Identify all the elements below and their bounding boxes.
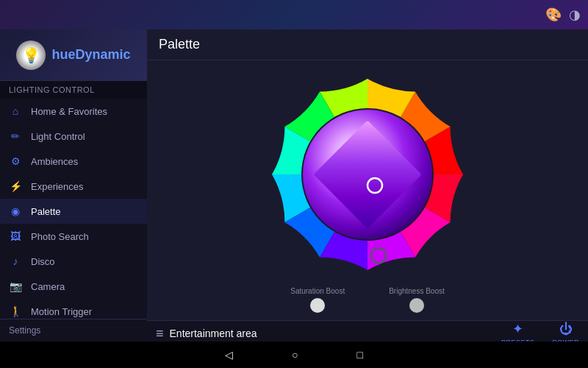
boost-controls: Saturation Boost Brightness Boost — [290, 287, 445, 313]
sidebar-item-ambiences[interactable]: ⚙ Ambiences — [0, 149, 147, 174]
app-name-dynamic: Dynamic — [75, 47, 130, 62]
sidebar-item-disco[interactable]: ♪ Disco — [0, 249, 147, 274]
ambiences-icon: ⚙ — [9, 155, 22, 167]
app-logo: 💡 hueDynamic — [0, 29, 147, 81]
logo-icon: 💡 — [16, 40, 46, 70]
sidebar-item-experiences-label: Experiences — [31, 181, 84, 192]
sidebar-item-experiences[interactable]: ⚡ Experiences — [0, 174, 147, 199]
main-content: Palette — [147, 29, 588, 342]
home-icon: ⌂ — [9, 105, 22, 117]
sidebar-item-motion-trigger[interactable]: 🚶 Motion Trigger — [0, 299, 147, 319]
motion-trigger-icon: 🚶 — [9, 305, 22, 317]
power-icon: ⏻ — [559, 322, 573, 337]
bottom-bar-right: ✦ PRESETS ⏻ POWER — [501, 321, 579, 342]
sidebar-item-palette[interactable]: ◉ Palette — [0, 199, 147, 224]
android-back-button[interactable]: ◁ — [225, 349, 233, 361]
sidebar-item-light-control[interactable]: ✏ Light Control — [0, 124, 147, 149]
palette-icon[interactable]: 🎨 — [545, 7, 562, 23]
presets-icon: ✦ — [512, 321, 523, 337]
brightness-boost: Brightness Boost — [389, 287, 445, 313]
android-home-button[interactable]: ○ — [292, 349, 298, 361]
saturation-boost-label: Saturation Boost — [290, 287, 345, 295]
palette-area[interactable]: Saturation Boost Brightness Boost — [147, 60, 588, 320]
content-header: Palette — [147, 29, 588, 60]
brightness-boost-label: Brightness Boost — [389, 287, 445, 295]
menu-icon[interactable]: ≡ — [156, 326, 164, 342]
page-title: Palette — [159, 37, 576, 52]
android-recent-button[interactable]: □ — [357, 349, 363, 361]
light-control-icon: ✏ — [9, 130, 22, 142]
app-name: hueDynamic — [51, 47, 130, 63]
palette-nav-icon: ◉ — [9, 205, 22, 217]
sidebar-item-motion-trigger-label: Motion Trigger — [31, 306, 92, 317]
sidebar-item-camera[interactable]: 📷 Camera — [0, 274, 147, 299]
bottom-bar-left: ≡ Entertainment area — [156, 326, 257, 342]
sidebar-section-label: Lighting Control — [0, 81, 147, 99]
area-label: Entertainment area — [170, 328, 257, 339]
photo-search-icon: 🖼 — [9, 230, 22, 242]
sidebar-item-palette-label: Palette — [31, 206, 60, 217]
color-wheel[interactable] — [261, 68, 474, 281]
sidebar-item-photo-search[interactable]: 🖼 Photo Search — [0, 224, 147, 249]
sidebar-nav: ⌂ Home & Favorites ✏ Light Control ⚙ Amb… — [0, 99, 147, 319]
experiences-icon: ⚡ — [9, 180, 22, 192]
camera-icon: 📷 — [9, 280, 22, 292]
bottom-bar: ≡ Entertainment area ✦ PRESETS ⏻ POWER — [147, 320, 588, 342]
saturation-boost-circle[interactable] — [310, 298, 325, 313]
sidebar-item-home-label: Home & Favorites — [31, 106, 107, 117]
brightness-boost-circle[interactable] — [409, 298, 424, 313]
sidebar-item-light-control-label: Light Control — [31, 131, 85, 142]
disco-icon: ♪ — [9, 255, 22, 267]
sidebar-item-camera-label: Camera — [31, 281, 65, 292]
android-nav-bar: ◁ ○ □ — [0, 342, 588, 368]
sidebar-item-disco-label: Disco — [31, 256, 55, 267]
sidebar-item-home[interactable]: ⌂ Home & Favorites — [0, 99, 147, 124]
main-layout: 💡 hueDynamic Lighting Control ⌂ Home & F… — [0, 29, 588, 342]
saturation-boost: Saturation Boost — [290, 287, 345, 313]
white-cursor[interactable] — [368, 178, 382, 193]
top-bar: 🎨 ◑ — [0, 0, 588, 29]
settings-label[interactable]: Settings — [0, 319, 147, 342]
contrast-icon[interactable]: ◑ — [569, 7, 581, 23]
app-name-hue: hue — [51, 47, 75, 62]
sidebar-item-photo-search-label: Photo Search — [31, 231, 89, 242]
sidebar-item-ambiences-label: Ambiences — [31, 156, 78, 167]
presets-button[interactable]: ✦ PRESETS — [501, 321, 535, 342]
dark-cursor[interactable] — [371, 248, 386, 263]
sidebar: 💡 hueDynamic Lighting Control ⌂ Home & F… — [0, 29, 147, 342]
power-button[interactable]: ⏻ POWER — [552, 322, 579, 342]
